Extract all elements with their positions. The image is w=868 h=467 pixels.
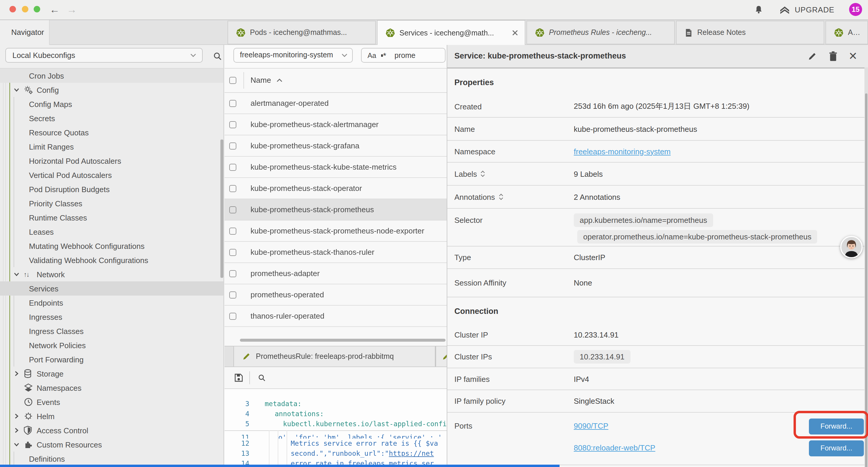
row-checkbox[interactable] (229, 143, 236, 150)
sidebar-item[interactable]: ↑↓ Pod Disruption Budgets (0, 182, 223, 196)
bell-icon[interactable] (754, 5, 764, 15)
close-window-button[interactable] (9, 6, 16, 12)
sidebar-item[interactable]: ↑↓ Leases (0, 225, 223, 239)
row-checkbox[interactable] (229, 164, 236, 171)
sidebar-item[interactable]: ↑↓ Events (0, 395, 223, 409)
row-checkbox[interactable] (229, 270, 236, 277)
sidebar-item[interactable]: ↑↓ Mutating Webhook Configurations (0, 239, 223, 253)
namespace-link[interactable]: freeleaps-monitoring-system (574, 147, 671, 156)
editor-tab-partial[interactable] (435, 346, 447, 367)
match-case-toggle[interactable]: Aa (368, 51, 376, 59)
expand-collapse-icon[interactable] (498, 193, 503, 200)
sidebar-item[interactable]: ↑↓ Endpoints (0, 296, 223, 310)
expand-collapse-icon[interactable] (481, 170, 486, 177)
yaml-editor[interactable]: 3metadata:4annotations:5kubectl.kubernet… (224, 389, 447, 467)
table-row[interactable]: kube-prometheus-stack-grafana (224, 135, 447, 157)
sidebar-item[interactable]: ↑↓ Vertical Pod Autoscalers (0, 168, 223, 182)
forward-button[interactable]: Forward... (809, 440, 864, 456)
sidebar-item[interactable]: ↑↓ Priority Classes (0, 196, 223, 210)
app-tab[interactable]: Services - icecheng@math... ✕ (377, 20, 525, 45)
horizontal-scrollbar[interactable] (240, 339, 445, 342)
table-row[interactable]: kube-prometheus-stack-thanos-ruler (224, 242, 447, 263)
table-row[interactable]: prometheus-adapter (224, 263, 447, 284)
regex-toggle[interactable]: * (381, 52, 386, 58)
close-icon[interactable]: ✕ (848, 45, 857, 67)
table-row[interactable]: kube-prometheus-stack-alertmanager (224, 114, 447, 135)
sidebar-item[interactable]: ↑↓ Validating Webhook Configurations (0, 253, 223, 267)
kubeconfig-selector[interactable]: Local Kubeconfigs (5, 48, 203, 63)
app-tab[interactable]: Prometheus Rules - icecheng... ✕ (526, 21, 675, 44)
table-row[interactable]: kube-prometheus-stack-operator (224, 178, 447, 199)
app-tab[interactable]: Release Notes ✕ (676, 21, 824, 44)
maximize-window-button[interactable] (34, 6, 40, 12)
chevron-icon[interactable] (13, 413, 20, 420)
chevron-icon[interactable] (13, 427, 20, 434)
chevron-icon[interactable] (13, 271, 20, 278)
sidebar-item[interactable]: ↑↓ Config Maps (0, 97, 223, 111)
sidebar-item[interactable]: ↑↓ Custom Resources (0, 437, 223, 451)
row-checkbox[interactable] (229, 313, 236, 320)
drawer-scrollbar-thumb[interactable] (865, 93, 867, 467)
annotations-count[interactable]: 2 Annotations (574, 193, 620, 201)
row-checkbox[interactable] (229, 249, 236, 256)
editor-search-icon[interactable] (258, 374, 266, 382)
sort-ascending-icon[interactable] (276, 79, 282, 82)
port-link[interactable]: 9090/TCP (574, 421, 608, 430)
sidebar-item[interactable]: ↑↓ Config (0, 83, 223, 97)
code-link[interactable]: https://net (389, 449, 434, 458)
labels-count[interactable]: 9 Labels (574, 169, 603, 178)
save-icon[interactable] (234, 373, 243, 382)
notification-badge[interactable]: 15 (849, 3, 862, 16)
table-row[interactable]: kube-prometheus-stack-prometheus-node-ex… (224, 221, 447, 242)
navigator-panel-title[interactable]: Navigator (0, 20, 50, 45)
sidebar-item[interactable]: ↑↓ Definitions (0, 451, 223, 466)
sidebar-item[interactable]: ↑↓ Services (0, 282, 223, 296)
table-row[interactable]: kube-prometheus-stack-prometheus (224, 199, 447, 221)
sidebar-item[interactable]: ↑↓ Network (0, 267, 223, 282)
table-row[interactable]: thanos-ruler-operated (224, 305, 447, 327)
sidebar-item[interactable]: ↑↓ Helm (0, 409, 223, 423)
sidebar-item[interactable]: ↑↓ Port Forwarding (0, 352, 223, 367)
name-column-header[interactable]: Name (251, 68, 271, 92)
chevron-icon[interactable] (13, 399, 20, 406)
chevron-icon[interactable] (13, 370, 20, 377)
row-checkbox[interactable] (229, 100, 236, 107)
sidebar-item[interactable]: ↑↓ Resource Quotas (0, 125, 223, 140)
sidebar-item[interactable]: ↑↓ Namespaces (0, 381, 223, 395)
app-tab[interactable]: Argo Se ✕ (826, 21, 868, 44)
select-all-checkbox[interactable] (229, 77, 236, 84)
table-row[interactable]: alertmanager-operated (224, 93, 447, 114)
forward-arrow-icon[interactable]: → (67, 0, 77, 20)
row-checkbox[interactable] (229, 291, 236, 298)
drawer-scrollbar-track[interactable] (864, 67, 868, 467)
row-checkbox[interactable] (229, 121, 236, 128)
sidebar-item[interactable]: ↑↓ Limit Ranges (0, 140, 223, 154)
sidebar-scrollbar[interactable] (220, 140, 223, 278)
back-arrow-icon[interactable]: ← (50, 0, 60, 20)
namespace-filter-select[interactable]: freeleaps-monitoring-system (234, 48, 353, 63)
row-checkbox[interactable] (229, 185, 236, 192)
editor-tab[interactable]: PrometheusRule: freeleaps-prod-rabbitmq (234, 346, 435, 367)
table-row[interactable]: prometheus-operated (224, 284, 447, 305)
search-input[interactable]: Aa * prome (361, 48, 445, 63)
sidebar-item[interactable]: ↑↓ Secrets (0, 111, 223, 125)
upgrade-chevrons-icon[interactable] (779, 5, 790, 15)
trash-icon[interactable] (829, 51, 838, 60)
minimize-window-button[interactable] (22, 6, 28, 12)
close-icon[interactable]: ✕ (512, 28, 519, 38)
sidebar-item[interactable]: ↑↓ Network Policies (0, 338, 223, 352)
chevron-icon[interactable] (13, 384, 20, 391)
port-link[interactable]: 8080:reloader-web/TCP (574, 443, 655, 452)
row-checkbox[interactable] (229, 228, 236, 235)
search-icon[interactable] (213, 52, 222, 61)
sidebar-item[interactable]: ↑↓ Ingresses (0, 310, 223, 324)
chevron-icon[interactable] (13, 441, 20, 448)
sidebar-item[interactable]: ↑↓ Storage (0, 367, 223, 381)
row-checkbox[interactable] (229, 206, 236, 213)
sidebar-item[interactable]: ↑↓ Access Control (0, 423, 223, 437)
sidebar-item[interactable]: ↑↓ Cron Jobs (0, 68, 223, 83)
app-tab[interactable]: Pods - icecheng@mathmas... ✕ (227, 21, 376, 44)
user-avatar[interactable] (840, 236, 863, 258)
sidebar-item[interactable]: ↑↓ Ingress Classes (0, 324, 223, 338)
sidebar-item[interactable]: ↑↓ Runtime Classes (0, 210, 223, 225)
